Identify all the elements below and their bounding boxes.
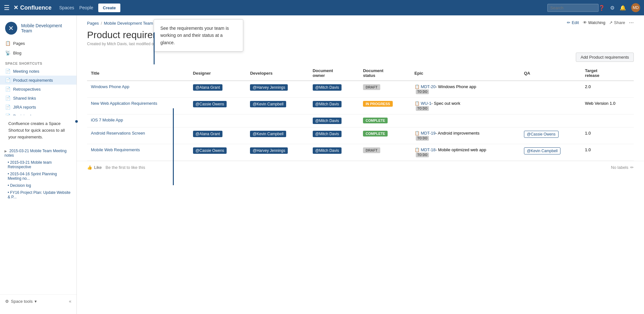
settings-icon[interactable]: ⚙ bbox=[610, 5, 615, 11]
sidebar-footer: ⚙ Space tools ▾ « bbox=[0, 294, 76, 308]
user-badge[interactable]: @Cassie Owens bbox=[193, 147, 227, 154]
arrow-icon: ▶ bbox=[4, 149, 7, 153]
gear-icon: ⚙ bbox=[5, 299, 9, 304]
shortcut-product-requirements[interactable]: 📄 Product requirements bbox=[0, 76, 76, 85]
like-description: Be the first to like this bbox=[106, 165, 145, 170]
cell-doc-status: COMPLETE bbox=[359, 128, 411, 144]
col-target: Targetrelease bbox=[581, 66, 634, 81]
user-badge[interactable]: @Mitch Davis bbox=[313, 101, 342, 107]
blog-icon: 📡 bbox=[5, 50, 11, 55]
shortcut-icon: 📄 bbox=[5, 104, 11, 110]
cell-doc-status: IN PROGRESS bbox=[359, 98, 411, 114]
page-tree-item[interactable]: • Decision log bbox=[0, 182, 76, 189]
cell-doc-status: DRAFT bbox=[359, 144, 411, 161]
cell-designer: @Alana Grant bbox=[189, 81, 246, 98]
dot-indicator bbox=[75, 120, 78, 123]
title-link[interactable]: Android Reservations Screen bbox=[91, 131, 145, 136]
status-badge: DRAFT bbox=[363, 147, 380, 153]
table-row: Android Reservations Screen@Alana Grant@… bbox=[87, 128, 634, 144]
sidebar-space-name[interactable]: Mobile Development Team bbox=[21, 23, 71, 33]
avatar[interactable]: MD bbox=[631, 3, 640, 12]
user-badge[interactable]: @Alana Grant bbox=[193, 131, 222, 137]
title-link[interactable]: Mobile Web Requirements bbox=[91, 147, 140, 152]
add-product-requirements-button[interactable]: Add Product requirements bbox=[576, 53, 634, 62]
epic-link[interactable]: MDT-18 bbox=[421, 147, 435, 152]
spaces-nav[interactable]: Spaces bbox=[59, 5, 74, 10]
epic-status-badge: TO DO bbox=[416, 153, 429, 157]
cell-epic: 📋 WU-1- Spec out workTO DO bbox=[411, 98, 520, 114]
share-icon: ↗ bbox=[609, 20, 613, 25]
chevron-down-icon: ▾ bbox=[35, 299, 37, 304]
people-nav[interactable]: People bbox=[79, 5, 93, 10]
user-badge[interactable]: @Harvey Jennings bbox=[250, 147, 288, 154]
cell-designer: @Cassie Owens bbox=[189, 144, 246, 161]
user-badge[interactable]: @Mitch Davis bbox=[313, 131, 342, 137]
shortcut-icon: 📄 bbox=[5, 78, 11, 83]
page-tree-item[interactable]: ▶ 2015-03-21 Mobile Team Meeting notes bbox=[0, 147, 76, 159]
user-badge[interactable]: @Harvey Jennings bbox=[250, 84, 288, 91]
user-badge[interactable]: @Kevin Campbell bbox=[250, 101, 286, 107]
cell-qa: @Cassie Owens bbox=[520, 128, 581, 144]
eye-icon: 👁 bbox=[583, 20, 587, 25]
col-designer: Designer bbox=[189, 66, 246, 81]
breadcrumb-pages[interactable]: Pages bbox=[87, 21, 99, 26]
table-row: Mobile Web Requirements@Cassie Owens@Har… bbox=[87, 144, 634, 161]
epic-link[interactable]: MDT-19 bbox=[421, 131, 435, 136]
notifications-icon[interactable]: 🔔 bbox=[620, 5, 626, 11]
like-button[interactable]: 👍 Like bbox=[87, 165, 102, 170]
cell-designer bbox=[189, 114, 246, 128]
no-labels: No labels ✏ bbox=[611, 165, 634, 170]
page-tree-item[interactable]: • 2015-04-16 Sprint Planning Meeting no.… bbox=[0, 170, 76, 182]
col-epic: Epic bbox=[411, 66, 520, 81]
user-badge[interactable]: @Kevin Campbell bbox=[250, 131, 286, 137]
edit-labels-icon[interactable]: ✏ bbox=[630, 165, 634, 170]
shortcut-jira-reports[interactable]: 📄 JIRA reports bbox=[0, 103, 76, 112]
user-badge[interactable]: @Alana Grant bbox=[193, 84, 222, 91]
table-row: New Web Application Requirements@Cassie … bbox=[87, 98, 634, 114]
breadcrumb-space[interactable]: Mobile Development Team bbox=[104, 21, 153, 26]
user-badge-outline[interactable]: @Cassie Owens bbox=[524, 131, 559, 138]
status-badge: IN PROGRESS bbox=[363, 101, 392, 107]
line-indicator bbox=[173, 108, 174, 185]
edit-button[interactable]: ✏ Edit bbox=[567, 20, 579, 25]
shortcut-retrospectives[interactable]: 📄 Retrospectives bbox=[0, 85, 76, 94]
cell-qa bbox=[520, 81, 581, 98]
search-input[interactable] bbox=[547, 4, 599, 12]
more-actions-button[interactable]: ··· bbox=[629, 19, 634, 26]
space-tools-button[interactable]: ⚙ Space tools ▾ bbox=[5, 299, 37, 304]
title-link[interactable]: Windows Phone App bbox=[91, 84, 129, 89]
status-badge: COMPLETE bbox=[363, 118, 388, 123]
cell-target: 2.0 bbox=[581, 81, 634, 98]
like-bar: 👍 Like Be the first to like this No labe… bbox=[77, 161, 644, 174]
sidebar: ✕ Mobile Development Team 📋 Pages 📡 Blog… bbox=[0, 15, 77, 314]
tooltip-callout: See the requirements your team is workin… bbox=[154, 19, 243, 52]
create-button[interactable]: Create bbox=[98, 4, 120, 12]
cell-epic: 📋 MDT-18- Mobile optimized web appTO DO bbox=[411, 144, 520, 161]
page-actions: ✏ Edit 👁 Watching ↗ Share ··· bbox=[567, 19, 634, 26]
user-badge[interactable]: @Mitch Davis bbox=[313, 84, 342, 91]
sidebar-item-pages[interactable]: 📋 Pages bbox=[0, 38, 76, 48]
top-nav: ☰ ✕ Confluence Spaces People Create ❓ ⚙ … bbox=[0, 0, 644, 15]
watching-button[interactable]: 👁 Watching bbox=[583, 20, 606, 25]
cell-doc-owner: @Mitch Davis bbox=[309, 81, 359, 98]
shortcut-meeting-notes[interactable]: 📄 Meeting notes bbox=[0, 67, 76, 76]
shortcut-icon: 📄 bbox=[5, 95, 11, 101]
user-badge[interactable]: @Cassie Owens bbox=[193, 101, 227, 107]
collapse-sidebar-icon[interactable]: « bbox=[69, 299, 71, 304]
hamburger-icon[interactable]: ☰ bbox=[4, 4, 10, 12]
title-link[interactable]: New Web Application Requirements bbox=[91, 101, 157, 106]
cell-doc-owner: @Mitch Davis bbox=[309, 98, 359, 114]
help-icon[interactable]: ❓ bbox=[599, 5, 605, 11]
page-tree-item[interactable]: • FY16 Project Plan: Update Website & P.… bbox=[0, 189, 76, 201]
sidebar-item-blog[interactable]: 📡 Blog bbox=[0, 48, 76, 58]
user-badge[interactable]: @Mitch Davis bbox=[313, 118, 342, 124]
user-badge-outline[interactable]: @Kevin Campbell bbox=[524, 147, 560, 154]
shortcut-shared-links[interactable]: 📄 Shared links bbox=[0, 94, 76, 103]
epic-link[interactable]: WU-1 bbox=[421, 101, 431, 106]
user-badge[interactable]: @Mitch Davis bbox=[313, 147, 342, 154]
cell-qa bbox=[520, 98, 581, 114]
share-button[interactable]: ↗ Share bbox=[609, 20, 625, 25]
page-tree-item[interactable]: • 2015-03-21 Mobile team Retrospective bbox=[0, 159, 76, 170]
title-link[interactable]: iOS 7 Mobile App bbox=[91, 118, 123, 122]
epic-link[interactable]: MDT-20 bbox=[421, 84, 435, 89]
